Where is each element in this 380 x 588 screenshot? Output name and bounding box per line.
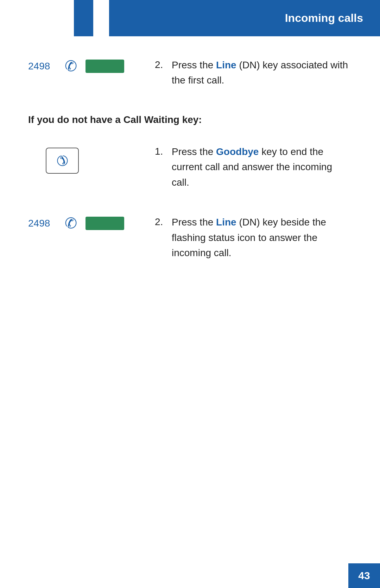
header-title: Incoming calls: [285, 12, 363, 25]
header-left-accent: [74, 0, 93, 36]
main-content: 2498 ✆ 2. Press the Line (DN) key associ…: [0, 36, 380, 588]
instruction-text-before-3: Press the: [172, 217, 216, 228]
instruction-1: 2. Press the Line (DN) key associated wi…: [155, 57, 352, 88]
phone-icon-1: ✆: [65, 57, 77, 75]
page-number-box: 43: [348, 563, 380, 588]
instruction-highlight-line-2: Line: [216, 217, 236, 228]
instruction-highlight-line-1: Line: [216, 60, 236, 70]
instruction-2: 1. Press the Goodbye key to end the curr…: [155, 144, 352, 190]
instruction-number-3: 2.: [155, 215, 165, 260]
right-col-1: 2. Press the Line (DN) key associated wi…: [155, 57, 352, 102]
right-col-3: 2. Press the Line (DN) key beside the fl…: [155, 215, 352, 274]
left-col-2: ✆: [28, 144, 134, 204]
instruction-block-3: 2498 ✆ 2. Press the Line (DN) key beside…: [28, 215, 352, 274]
phone-number-2: 2498: [28, 218, 56, 229]
header-bar: Incoming calls: [109, 0, 380, 36]
instruction-text-2: Press the Goodbye key to end the current…: [172, 144, 352, 190]
left-col-1: 2498 ✆: [28, 57, 134, 102]
no-call-waiting-label: If you do not have a Call Waiting key:: [28, 113, 352, 126]
goodbye-phone-icon: ✆: [52, 151, 72, 171]
instruction-block-2: ✆ 1. Press the Goodbye key to end the cu…: [28, 144, 352, 204]
goodbye-box: ✆: [46, 148, 79, 174]
phone-row-1: 2498 ✆: [28, 57, 124, 75]
right-col-2: 1. Press the Goodbye key to end the curr…: [155, 144, 352, 204]
instruction-3: 2. Press the Line (DN) key beside the fl…: [155, 215, 352, 260]
instruction-text-3: Press the Line (DN) key beside the flash…: [172, 215, 352, 260]
phone-row-2: 2498 ✆: [28, 215, 124, 232]
instruction-block-1: 2498 ✆ 2. Press the Line (DN) key associ…: [28, 57, 352, 102]
instruction-number-1: 2.: [155, 57, 165, 88]
page-number: 43: [358, 570, 370, 582]
instruction-text-1: Press the Line (DN) key associated with …: [172, 57, 352, 88]
instruction-text-before-2: Press the: [172, 146, 216, 157]
status-bar-1: [86, 60, 124, 73]
status-bar-2: [86, 217, 124, 230]
second-section: ✆ 1. Press the Goodbye key to end the cu…: [28, 144, 352, 274]
phone-icon-2: ✆: [65, 215, 77, 232]
instruction-text-before-1: Press the: [172, 60, 216, 70]
phone-number-1: 2498: [28, 61, 56, 72]
instruction-highlight-goodbye: Goodbye: [216, 146, 259, 157]
left-col-3: 2498 ✆: [28, 215, 134, 274]
instruction-number-2: 1.: [155, 144, 165, 190]
